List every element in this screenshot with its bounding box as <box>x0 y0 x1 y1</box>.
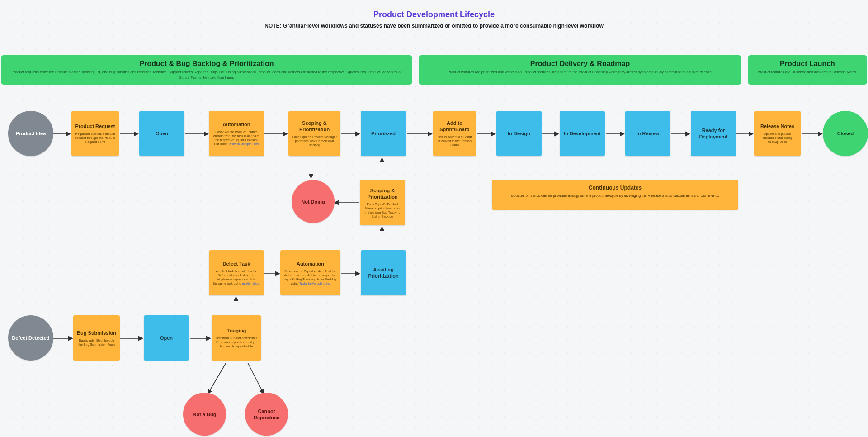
node-ready-for-deployment[interactable]: Ready for Deployment <box>691 111 736 156</box>
node-title: Automation <box>222 121 250 128</box>
node-title: Closed <box>837 130 854 137</box>
node-title: Automation <box>297 261 324 267</box>
node-awaiting-prioritization[interactable]: Awaiting Prioritization <box>361 250 406 295</box>
node-title: Defect Task <box>223 261 250 267</box>
node-closed[interactable]: Closed <box>823 111 868 156</box>
node-title: Release Notes <box>760 123 794 129</box>
node-triaging[interactable]: Triaging Technical Support determines if… <box>212 315 261 361</box>
node-scoping-2[interactable]: Scoping & Prioritization Each Squad's Pr… <box>360 180 405 225</box>
node-desc: Technical Support determines if the user… <box>215 336 258 348</box>
node-desc: Bug is submitted through the Bug Submiss… <box>77 338 116 347</box>
node-title: Product Request <box>75 123 115 129</box>
node-product-idea[interactable]: Product Idea <box>8 111 53 156</box>
node-not-doing[interactable]: Not Doing <box>292 180 335 223</box>
node-desc: Update and publish Release Notes using C… <box>758 132 797 144</box>
node-title: Not a Bug <box>193 411 217 418</box>
node-desc: Based on the Product Feature custom fiel… <box>212 130 260 146</box>
node-in-review[interactable]: In Review <box>625 111 670 156</box>
node-automation-1[interactable]: Automation Based on the Product Feature … <box>209 111 264 156</box>
node-defect-detected[interactable]: Defect Detected <box>8 315 53 361</box>
link-tasks-multiple-lists-2[interactable]: Tasks in Multiple Lists <box>299 282 330 285</box>
node-desc: Updates on status can be provided throug… <box>492 191 738 202</box>
node-product-request[interactable]: Product Request Requestor submits a feat… <box>71 111 119 156</box>
node-add-sprint[interactable]: Add to Sprint/Board Item is added to a S… <box>433 111 476 156</box>
diagram-canvas: Product Development Lifecycle NOTE: Gran… <box>0 0 868 437</box>
lane-launch: Product Launch Product features are laun… <box>748 55 867 85</box>
node-title: Defect Detected <box>12 335 49 341</box>
node-scoping-1[interactable]: Scoping & Prioritization Each Squad's Pr… <box>288 111 340 156</box>
lane-title: Product & Bug Backlog & Prioritization <box>1 55 412 68</box>
lane-delivery: Product Delivery & Roadmap Product featu… <box>419 55 741 85</box>
node-open-2[interactable]: Open <box>144 315 189 361</box>
lane-backlog: Product & Bug Backlog & Prioritization P… <box>1 55 412 85</box>
node-bug-submission[interactable]: Bug Submission Bug is submitted through … <box>73 315 120 361</box>
node-in-development[interactable]: In Development <box>560 111 605 156</box>
node-defect-task[interactable]: Defect Task A defect task is created in … <box>209 250 264 295</box>
node-desc: Requestor submits a feature request thro… <box>75 132 115 144</box>
node-release-notes[interactable]: Release Notes Update and publish Release… <box>754 111 801 156</box>
node-title: Prioritized <box>371 130 396 137</box>
node-not-a-bug[interactable]: Not a Bug <box>183 393 226 436</box>
node-in-design[interactable]: In Design <box>496 111 542 156</box>
node-title: Add to Sprint/Board <box>437 120 472 133</box>
lane-desc: Product features are launched and includ… <box>748 68 867 80</box>
node-continuous-updates[interactable]: Continuous Updates Updates on status can… <box>492 180 738 210</box>
node-title: Bug Submission <box>77 330 116 336</box>
node-desc: Each Squad's Product Manager prioritizes… <box>363 202 401 218</box>
node-title: Product Idea <box>16 130 46 137</box>
node-desc: Each Squad's Product Manager prioritizes… <box>292 135 337 147</box>
node-title: Awaiting Prioritization <box>364 266 402 279</box>
node-prioritized[interactable]: Prioritized <box>361 111 406 156</box>
node-title: Cannot Reproduce <box>249 408 284 421</box>
link-relationships[interactable]: relationships <box>242 282 259 285</box>
node-title: In Review <box>637 130 660 137</box>
node-automation-2[interactable]: Automation Based on the Squad custom fie… <box>280 250 340 295</box>
node-title: Triaging <box>227 328 246 334</box>
node-title: Open <box>156 130 168 137</box>
node-open-1[interactable]: Open <box>139 111 184 156</box>
node-title: In Development <box>564 130 601 137</box>
lane-desc: Product requests enter the Product Maste… <box>1 68 412 85</box>
diagram-subtitle: NOTE: Granular-level workflows and statu… <box>0 23 868 29</box>
node-desc: Item is added to a Sprint or moved to th… <box>437 135 472 147</box>
node-title: In Design <box>508 130 530 137</box>
node-title: Scoping & Prioritization <box>292 120 337 133</box>
node-cannot-reproduce[interactable]: Cannot Reproduce <box>245 393 288 436</box>
node-title: Not Doing <box>301 199 325 205</box>
node-title: Scoping & Prioritization <box>363 187 401 200</box>
node-desc: Based on the Squad custom field the defe… <box>284 269 337 285</box>
lane-title: Product Delivery & Roadmap <box>419 55 741 68</box>
link-tasks-multiple-lists[interactable]: Tasks in Multiple Lists <box>228 142 259 146</box>
node-title: Ready for Deployment <box>694 127 732 140</box>
lane-desc: Product features are prioritized and wor… <box>419 68 741 80</box>
node-title: Continuous Updates <box>492 180 738 191</box>
node-title: Open <box>160 335 173 341</box>
lane-title: Product Launch <box>748 55 867 68</box>
diagram-title: Product Development Lifecycle <box>0 10 868 19</box>
node-desc: A defect task is created in the Defects … <box>212 269 260 285</box>
